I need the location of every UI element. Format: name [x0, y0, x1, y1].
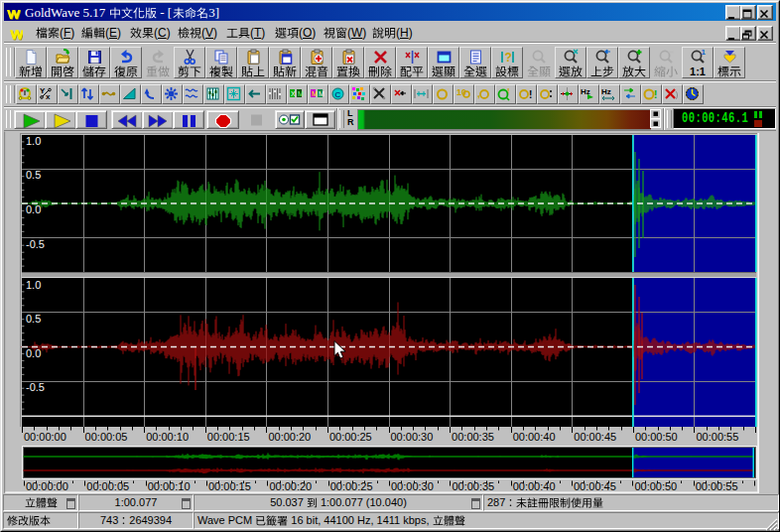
svg-text:!: !	[654, 89, 657, 100]
svg-text:00:00:15: 00:00:15	[207, 431, 250, 443]
svg-text:0.5: 0.5	[26, 169, 41, 181]
svg-text:00:00:30: 00:00:30	[391, 431, 434, 443]
svg-text:00:00:55: 00:00:55	[696, 480, 738, 492]
svg-text:00:00:40: 00:00:40	[513, 431, 556, 443]
svg-text:00:00:20: 00:00:20	[268, 431, 311, 443]
svg-text:00:00:20: 00:00:20	[269, 480, 312, 492]
svg-text:00:00:10: 00:00:10	[146, 431, 189, 443]
svg-text:00:00:50: 00:00:50	[634, 480, 677, 492]
svg-text:00:00:25: 00:00:25	[330, 480, 373, 492]
svg-text:?: ?	[504, 51, 511, 65]
svg-text:1.0: 1.0	[26, 135, 41, 147]
svg-text:00:00:35: 00:00:35	[452, 480, 494, 492]
svg-text:Hz: Hz	[581, 87, 590, 96]
svg-text:00:00:15: 00:00:15	[208, 480, 251, 492]
svg-text:Hz: Hz	[601, 87, 611, 96]
svg-text:0.5: 0.5	[26, 313, 41, 325]
svg-text:1.0: 1.0	[26, 279, 41, 291]
svg-text:00:00:45: 00:00:45	[574, 431, 616, 443]
svg-text:00:00:45: 00:00:45	[574, 480, 616, 492]
svg-text:1: 1	[701, 49, 706, 57]
svg-text:-0.5: -0.5	[26, 381, 45, 393]
svg-text:00:00:50: 00:00:50	[635, 431, 678, 443]
svg-text:-0.5: -0.5	[26, 238, 45, 250]
svg-text:00:00:25: 00:00:25	[329, 431, 372, 443]
svg-text:00:00:30: 00:00:30	[391, 480, 434, 492]
svg-text:M: M	[298, 90, 304, 97]
svg-text:00:00:00: 00:00:00	[26, 480, 68, 492]
svg-text:00:00:00: 00:00:00	[24, 431, 66, 443]
svg-text:M: M	[312, 90, 318, 97]
svg-text:C: C	[335, 90, 341, 99]
svg-text:X: X	[291, 90, 296, 97]
svg-text:00:00:05: 00:00:05	[85, 431, 128, 443]
svg-text:00:00:10: 00:00:10	[148, 480, 191, 492]
svg-text:M: M	[319, 90, 325, 97]
svg-text:!: !	[507, 86, 510, 95]
svg-text:x: x	[46, 92, 51, 101]
svg-text:00:00:40: 00:00:40	[513, 480, 556, 492]
svg-text:00:00:05: 00:00:05	[86, 480, 129, 492]
svg-text:00:00:55: 00:00:55	[697, 431, 739, 443]
svg-text:0.0: 0.0	[26, 347, 41, 359]
svg-text:0.0: 0.0	[26, 203, 41, 215]
svg-text:00:00:35: 00:00:35	[452, 431, 494, 443]
svg-text:!: !	[529, 89, 532, 100]
